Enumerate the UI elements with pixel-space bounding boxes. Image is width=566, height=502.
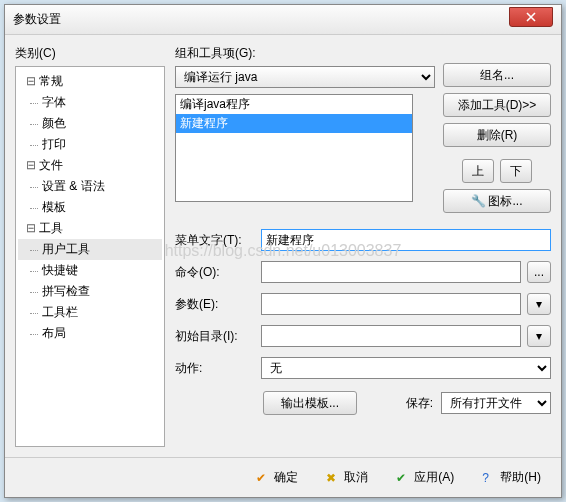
menu-text-input[interactable] [261,229,551,251]
tree-layout[interactable]: 布局 [18,323,162,344]
ok-button[interactable]: ✔ 确定 [248,465,306,490]
apply-button[interactable]: ✔ 应用(A) [388,465,462,490]
command-label: 命令(O): [175,264,255,281]
delete-button[interactable]: 删除(R) [443,123,551,147]
initdir-row: 初始目录(I): ▾ [175,325,551,347]
check-icon: ✔ [256,471,270,485]
close-button[interactable] [509,7,553,27]
wrench-icon: 🔧 [471,194,485,208]
tree-shortcut[interactable]: 快捷键 [18,260,162,281]
ellipsis-icon: ... [534,265,544,279]
help-button[interactable]: ? 帮助(H) [474,465,549,490]
action-select[interactable]: 无 [261,357,551,379]
help-icon: ? [482,471,496,485]
add-tool-button[interactable]: 添加工具(D)>> [443,93,551,117]
menu-text-label: 菜单文字(T): [175,232,255,249]
apply-icon: ✔ [396,471,410,485]
titlebar: 参数设置 [5,5,561,35]
params-row: 参数(E): ▾ [175,293,551,315]
command-input[interactable] [261,261,521,283]
params-menu-button[interactable]: ▾ [527,293,551,315]
action-label: 动作: [175,360,255,377]
tree-toolbar[interactable]: 工具栏 [18,302,162,323]
content: 类别(C) 常规 字体 颜色 打印 文件 设置 & 语法 模板 工具 用户工具 … [5,35,561,457]
chevron-down-icon: ▾ [536,297,542,311]
initdir-label: 初始目录(I): [175,328,255,345]
chevron-down-icon: ▾ [536,329,542,343]
params-label: 参数(E): [175,296,255,313]
action-row: 动作: 无 [175,357,551,379]
group-label: 组和工具项(G): [175,45,435,62]
menu-text-row: 菜单文字(T): [175,229,551,251]
tree-file[interactable]: 文件 [18,155,162,176]
tree-template[interactable]: 模板 [18,197,162,218]
tool-list[interactable]: 编译java程序 新建程序 [175,94,413,202]
tree-user-tools[interactable]: 用户工具 [18,239,162,260]
list-item[interactable]: 编译java程序 [176,95,412,114]
output-template-button[interactable]: 输出模板... [263,391,357,415]
move-down-button[interactable]: 下 [500,159,532,183]
params-input[interactable] [261,293,521,315]
tree-spellcheck[interactable]: 拼写检查 [18,281,162,302]
tree-font[interactable]: 字体 [18,92,162,113]
category-panel: 类别(C) 常规 字体 颜色 打印 文件 设置 & 语法 模板 工具 用户工具 … [15,45,165,447]
x-icon: ✖ [326,471,340,485]
tool-settings-panel: 组和工具项(G): 编译运行 java 编译java程序 新建程序 [175,45,551,447]
tree-settings-syntax[interactable]: 设置 & 语法 [18,176,162,197]
close-icon [526,12,536,22]
group-row: 组和工具项(G): 编译运行 java 编译java程序 新建程序 [175,45,551,213]
icon-button[interactable]: 🔧 图标... [443,189,551,213]
save-select[interactable]: 所有打开文件 [441,392,551,414]
cancel-button[interactable]: ✖ 取消 [318,465,376,490]
save-label: 保存: [406,395,433,412]
category-tree[interactable]: 常规 字体 颜色 打印 文件 设置 & 语法 模板 工具 用户工具 快捷键 拼写… [15,66,165,447]
category-label: 类别(C) [15,45,165,62]
tree-color[interactable]: 颜色 [18,113,162,134]
preferences-window: 参数设置 类别(C) 常规 字体 颜色 打印 文件 设置 & 语法 模板 工具 … [4,4,562,498]
footer: ✔ 确定 ✖ 取消 ✔ 应用(A) ? 帮助(H) [5,457,561,497]
window-title: 参数设置 [13,11,61,28]
command-browse-button[interactable]: ... [527,261,551,283]
list-item[interactable]: 新建程序 [176,114,412,133]
bottom-row: 输出模板... 保存: 所有打开文件 [175,391,551,415]
tree-tools[interactable]: 工具 [18,218,162,239]
command-row: 命令(O): ... [175,261,551,283]
group-select[interactable]: 编译运行 java [175,66,435,88]
initdir-menu-button[interactable]: ▾ [527,325,551,347]
tree-print[interactable]: 打印 [18,134,162,155]
group-buttons: 组名... 添加工具(D)>> 删除(R) 上 下 🔧 图标... [443,63,551,213]
move-up-button[interactable]: 上 [462,159,494,183]
tree-general[interactable]: 常规 [18,71,162,92]
group-name-button[interactable]: 组名... [443,63,551,87]
initdir-input[interactable] [261,325,521,347]
